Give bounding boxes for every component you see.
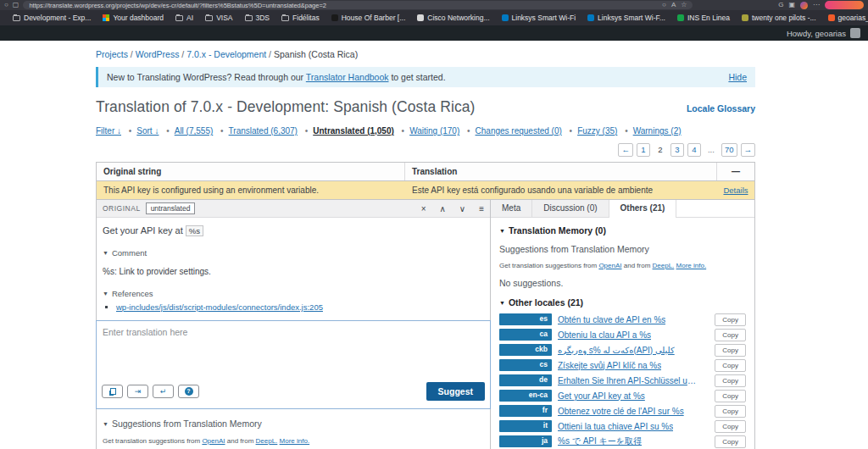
editor-toolbar: ⇥ ↵ ? Suggest — [97, 377, 490, 408]
filter-link-translated[interactable]: Translated (6,307) — [229, 126, 298, 136]
tm-help-text: Get translation suggestions from OpenAI … — [499, 262, 746, 269]
filter-link-untranslated[interactable]: Untranslated (1,050) — [313, 126, 394, 136]
tm-suggestions-toggle[interactable]: ▼Suggestions from Translation Memory — [103, 419, 484, 429]
browser-avatar[interactable] — [800, 2, 808, 9]
bookmark-item[interactable]: INS En Linea — [671, 14, 736, 22]
locale-translation-link[interactable]: Obtén tu clave de API en %s — [558, 315, 665, 324]
sort-toggle[interactable]: Sort ↓ — [136, 126, 159, 136]
translator-handbook-link[interactable]: Translator Handbook — [306, 72, 389, 82]
previous-string-icon[interactable]: ∧ — [440, 204, 446, 213]
bookmark-item[interactable]: Your dashboard — [97, 14, 170, 22]
bookmark-item[interactable]: AI — [170, 14, 199, 22]
more-info-link[interactable]: More info. — [676, 262, 707, 269]
translation-textarea[interactable] — [97, 321, 490, 377]
details-link[interactable]: Details — [723, 186, 748, 195]
table-row[interactable]: This API key is configured using an envi… — [97, 181, 754, 200]
bookmark-item[interactable]: Linksys Smart Wi-Fi — [496, 14, 582, 22]
deepl-link[interactable]: DeepL. — [256, 437, 278, 445]
page-button-3[interactable]: 3 — [670, 143, 684, 157]
other-locales-toggle[interactable]: ▼Other locales (21) — [499, 297, 746, 308]
filter-link-waiting[interactable]: Waiting (170) — [409, 126, 459, 136]
locale-translation-link[interactable]: Get your API key at %s — [558, 391, 645, 401]
copy-button[interactable]: Copy — [715, 435, 746, 448]
locale-translation-link[interactable]: Obtenez votre clé de l'API sur %s — [558, 407, 684, 416]
user-avatar[interactable] — [850, 28, 860, 38]
suggest-button[interactable]: Suggest — [426, 382, 485, 401]
comment-section-toggle[interactable]: ▼Comment — [103, 248, 484, 258]
extensions-icon[interactable]: ▣ — [788, 2, 795, 8]
breadcrumb-project-version[interactable]: 7.0.x - Development — [186, 49, 266, 59]
filter-link-warnings[interactable]: Warnings (2) — [633, 126, 682, 136]
filter-toggle[interactable]: Filter ↓ — [96, 126, 121, 136]
copy-button[interactable]: Copy — [715, 390, 746, 402]
copy-button[interactable]: Copy — [715, 313, 746, 326]
bookmark-item[interactable]: House Of Barber [... — [326, 14, 412, 22]
bookmark-item[interactable]: Development - Exp... — [7, 14, 97, 22]
bookmark-item[interactable]: geoarias_ @geoari... — [822, 14, 868, 22]
bookmark-item[interactable]: Linksys Smart Wi-F... — [581, 14, 671, 22]
reference-link[interactable]: wp-includes/js/dist/script-modules/conne… — [116, 302, 323, 312]
bookmark-label: Cisco Networking... — [427, 14, 489, 22]
more-menu-icon[interactable]: ⋯ — [813, 2, 820, 8]
page-button-4[interactable]: 4 — [687, 143, 701, 157]
insert-newline-button[interactable]: ↵ — [153, 385, 174, 398]
openai-link[interactable]: OpenAI — [202, 437, 225, 445]
filter-link-fuzzy[interactable]: Fuzzy (35) — [577, 126, 617, 136]
menu-icon[interactable]: ≡ — [479, 204, 484, 213]
insert-tab-button[interactable]: ⇥ — [127, 385, 148, 398]
locale-translation-link[interactable]: Erhalten Sie Ihren API-Schlüssel unter %… — [558, 376, 700, 385]
copy-button[interactable]: Copy — [715, 405, 746, 418]
filter-link-changes-requested[interactable]: Changes requested (0) — [476, 126, 562, 136]
read-aloud-icon[interactable]: A — [671, 2, 676, 8]
locale-translation-link[interactable]: Obteniu la clau API a %s — [558, 330, 651, 340]
close-icon[interactable]: × — [421, 204, 426, 213]
page-next-button[interactable]: → — [741, 143, 756, 157]
locale-badge: ca — [499, 329, 552, 340]
copy-button[interactable]: Copy — [715, 420, 746, 433]
bookmark-item[interactable]: twenty one pilots -... — [736, 14, 822, 22]
locale-translation-link[interactable]: Ottieni la tua chiave API su %s — [558, 422, 673, 431]
next-string-icon[interactable]: ∨ — [459, 204, 465, 213]
deepl-link[interactable]: DeepL. — [653, 262, 675, 269]
help-button[interactable]: ? — [178, 385, 199, 398]
howdy-label[interactable]: Howdy, geoarias — [787, 29, 846, 38]
page-button-1[interactable]: 1 — [637, 143, 650, 157]
translation-memory-toggle[interactable]: ▼Translation Memory (0) — [499, 225, 746, 236]
tab-discussion[interactable]: Discussion (0) — [532, 200, 609, 218]
locale-glossary-link[interactable]: Locale Glossary — [687, 103, 755, 114]
copy-original-button[interactable] — [102, 385, 123, 398]
browser-essentials-icon[interactable]: G — [778, 2, 783, 8]
locale-translation-link[interactable]: کلیلی (API)ەکەت لە %s وەربگرە — [558, 346, 675, 355]
tab-meta[interactable]: Meta — [491, 200, 532, 218]
more-info-link[interactable]: More info. — [280, 437, 310, 445]
reference-item: wp-includes/js/dist/script-modules/conne… — [116, 302, 484, 312]
tab-icon[interactable]: ▢ — [13, 2, 19, 8]
breadcrumb-wordpress[interactable]: WordPress — [136, 49, 180, 59]
filter-link-all[interactable]: All (7,555) — [175, 126, 214, 136]
references-section-toggle[interactable]: ▼References — [103, 289, 484, 298]
copy-button[interactable]: Copy — [715, 344, 746, 357]
bookmark-item[interactable]: 3DS — [239, 14, 276, 22]
locale-translation-link[interactable]: Získejte svůj API klíč na %s — [558, 361, 661, 370]
copy-button[interactable]: Copy — [715, 359, 746, 372]
page-prev-button[interactable]: ← — [618, 143, 633, 157]
header-original-string: Original string — [97, 163, 405, 180]
search-icon[interactable]: ○ — [662, 2, 666, 8]
copilot-button[interactable] — [825, 1, 864, 9]
breadcrumb-projects[interactable]: Projects — [96, 49, 128, 59]
bookmark-item[interactable]: Fidélitas — [275, 14, 326, 22]
page-button-70[interactable]: 70 — [721, 143, 737, 157]
bookmark-item[interactable]: VISA — [199, 14, 238, 22]
favorite-star-icon[interactable]: ☆ — [681, 2, 687, 8]
page-title: Translation of 7.0.x - Development: Span… — [96, 98, 476, 116]
locale-translation-link[interactable]: %s で API キーを取得 — [558, 435, 642, 447]
tab-others[interactable]: Others (21) — [609, 200, 677, 218]
sidebar-tabs: Meta Discussion (0) Others (21) — [491, 200, 754, 218]
hide-notice-link[interactable]: Hide — [728, 72, 747, 82]
reload-icon[interactable]: ○ — [4, 2, 8, 8]
bookmark-item[interactable]: Cisco Networking... — [411, 14, 495, 22]
openai-link[interactable]: OpenAI — [598, 262, 621, 269]
address-bar[interactable]: https://translate.wordpress.org/projects… — [23, 1, 693, 9]
copy-button[interactable]: Copy — [715, 329, 746, 341]
copy-button[interactable]: Copy — [715, 374, 746, 387]
